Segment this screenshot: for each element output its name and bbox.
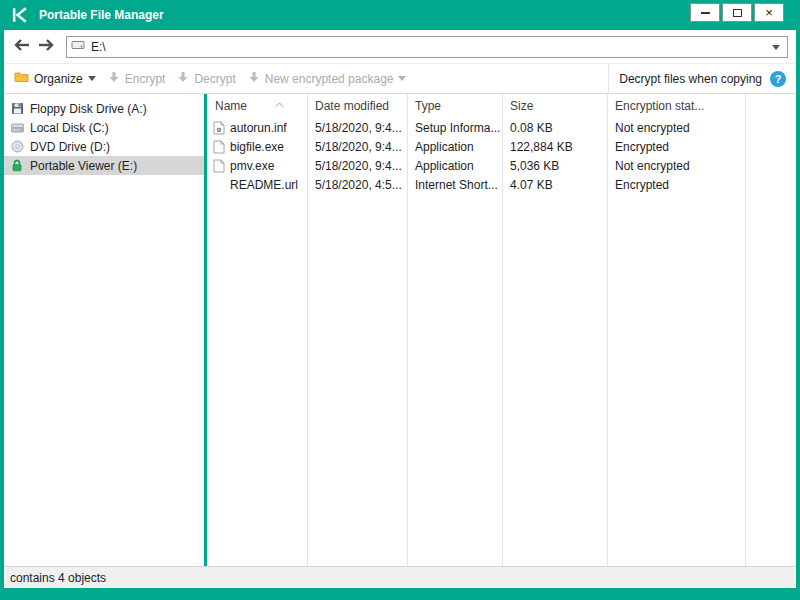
address-bar[interactable]: E:\ [66,36,788,58]
navigation-bar: E:\ [4,30,796,64]
column-header-label: Date modified [315,99,389,113]
column-separator [502,94,503,566]
decrypt-when-copying-label: Decrypt files when copying [619,72,762,86]
column-header-label: Size [510,99,533,113]
file-name-cell: README.url [207,178,307,192]
file-name: pmv.exe [230,159,274,173]
column-separator [307,94,308,566]
window-content: E:\ Organize Encrypt [4,30,796,588]
organize-chevron-down-icon [88,76,96,81]
drive-sidebar: Floppy Disk Drive (A:) Local Disk (C:) D… [4,94,204,566]
sidebar-item-label: Portable Viewer (E:) [30,159,137,173]
column-header-label: Name [215,99,247,113]
file-icon [212,159,225,173]
column-header-size[interactable]: Size [502,94,607,118]
decrypt-button[interactable]: Decrypt [175,64,245,93]
file-name-cell: autorun.inf [207,121,307,135]
maximize-button[interactable] [722,3,752,22]
window-title: Portable File Manager [39,8,164,22]
file-encryption-status: Not encrypted [607,121,745,135]
sidebar-item-floppy-a[interactable]: Floppy Disk Drive (A:) [4,99,204,118]
decrypt-label: Decrypt [194,72,235,86]
file-name-cell: pmv.exe [207,159,307,173]
main-area: Floppy Disk Drive (A:) Local Disk (C:) D… [4,94,796,566]
file-date: 5/18/2020, 4:5... [307,178,407,192]
status-bar: contains 4 objects [4,566,796,588]
file-date: 5/18/2020, 9:4... [307,140,407,154]
sort-ascending-icon [275,96,284,110]
drive-icon [71,39,85,54]
app-window: Portable File Manager × [0,0,800,600]
floppy-icon [10,102,24,115]
column-header-date[interactable]: Date modified [307,94,407,118]
file-type: Setup Informa... [407,121,502,135]
back-arrow-icon [13,38,31,55]
file-size: 5,036 KB [502,159,607,173]
new-encrypted-package-button[interactable]: New encrypted package [246,64,417,93]
window-controls: × [690,3,784,22]
decrypt-arrow-down-icon [177,71,189,86]
folder-icon [14,71,29,86]
column-header-spacer [745,94,796,118]
file-encryption-status: Encrypted [607,178,745,192]
encrypt-label: Encrypt [125,72,166,86]
column-separator [607,94,608,566]
close-icon: × [765,6,773,19]
file-name: autorun.inf [230,121,287,135]
package-chevron-down-icon [398,76,406,81]
file-encryption-status: Encrypted [607,140,745,154]
file-size: 4.07 KB [502,178,607,192]
file-type: Internet Short... [407,178,502,192]
package-arrow-down-icon [248,71,260,86]
forward-arrow-icon [37,38,55,55]
file-date: 5/18/2020, 9:4... [307,159,407,173]
address-path: E:\ [91,40,106,54]
column-header-row: Name Date modified Type Size Encryption … [207,94,796,118]
file-name-cell: bigfile.exe [207,140,307,154]
column-separator [407,94,408,566]
file-name: bigfile.exe [230,140,284,154]
back-button[interactable] [12,37,32,57]
organize-label: Organize [34,72,83,86]
title-bar: Portable File Manager × [4,0,796,30]
file-encryption-status: Not encrypted [607,159,745,173]
file-type: Application [407,140,502,154]
encrypt-button[interactable]: Encrypt [106,64,176,93]
lock-icon [10,159,24,172]
file-type: Application [407,159,502,173]
column-header-label: Type [415,99,441,113]
column-header-name[interactable]: Name [207,94,307,118]
toolbar: Organize Encrypt Decrypt [4,64,796,94]
toolbar-left: Organize Encrypt Decrypt [4,64,608,93]
column-separator [745,94,746,566]
sidebar-item-portable-e[interactable]: Portable Viewer (E:) [4,156,204,175]
file-list-pane: Name Date modified Type Size Encryption … [207,94,796,566]
minimize-icon [701,12,710,14]
help-icon[interactable]: ? [770,71,786,87]
file-size: 0.08 KB [502,121,607,135]
file-date: 5/18/2020, 9:4... [307,121,407,135]
sidebar-item-local-c[interactable]: Local Disk (C:) [4,118,204,137]
organize-button[interactable]: Organize [12,64,106,93]
column-header-type[interactable]: Type [407,94,502,118]
new-encrypted-package-label: New encrypted package [265,72,394,86]
kaspersky-logo-icon [10,5,30,25]
encrypt-arrow-down-icon [108,71,120,86]
status-text: contains 4 objects [10,571,106,585]
file-size: 122,884 KB [502,140,607,154]
sidebar-item-label: Floppy Disk Drive (A:) [30,102,147,116]
sidebar-item-label: Local Disk (C:) [30,121,109,135]
toolbar-right: Decrypt files when copying ? [608,64,796,93]
sidebar-item-label: DVD Drive (D:) [30,140,110,154]
file-name: README.url [230,178,298,192]
forward-button[interactable] [36,37,56,57]
sidebar-item-dvd-d[interactable]: DVD Drive (D:) [4,137,204,156]
minimize-button[interactable] [690,3,720,22]
address-chevron-down-icon[interactable] [772,45,780,50]
setup-file-icon [212,121,225,135]
dvd-icon [10,140,24,153]
column-header-encryption[interactable]: Encryption stat... [607,94,745,118]
maximize-icon [733,9,742,17]
close-button[interactable]: × [754,3,784,22]
hard-disk-icon [10,122,24,134]
